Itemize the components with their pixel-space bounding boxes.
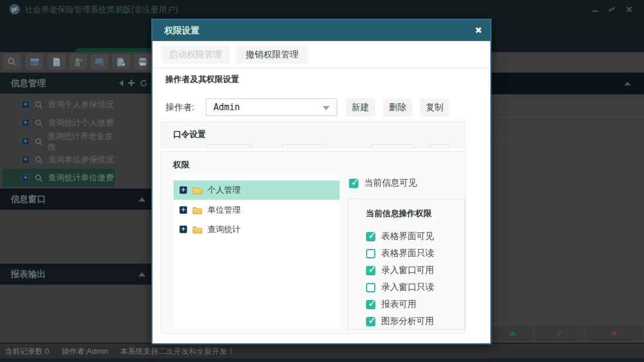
query-tool-icon: [35, 174, 43, 182]
tree-item-label: 单位管理: [208, 205, 240, 216]
tree-item-query-statistics[interactable]: + 查询统计: [174, 220, 340, 239]
triangle-up-icon: [509, 331, 517, 336]
permission-settings-dialog: 权限设置 ✖ 启动权限管理 撤销权限管理 操作者及其权限设置 操作者: Admi…: [151, 19, 492, 344]
checkbox-icon[interactable]: [366, 283, 375, 292]
item-label: 查询个人参保情况: [48, 100, 114, 110]
document-icon[interactable]: [48, 54, 66, 70]
restore-button[interactable]: [605, 4, 618, 15]
document-add-icon[interactable]: [112, 54, 130, 70]
item-label: 查询单位参保情况: [48, 155, 114, 165]
sidebar-item-query-pension-payout[interactable]: + 查询统计养老金发放: [2, 132, 115, 151]
expand-plus-icon[interactable]: +: [179, 226, 187, 233]
collapse-up-icon[interactable]: [624, 81, 631, 86]
collapse-left-icon[interactable]: [119, 73, 123, 94]
minimize-button[interactable]: [589, 4, 602, 15]
search-icon[interactable]: [3, 54, 21, 70]
checkbox-icon[interactable]: [366, 266, 375, 275]
checkbox-icon[interactable]: [349, 179, 358, 188]
checkbox-label: 表格界面可见: [381, 231, 434, 242]
title-bar: yF 社会养老保险管理系统简易版(非注册用户): [0, 0, 644, 19]
item-label: 查询统计个人缴费: [48, 118, 114, 128]
checkbox-label: 表格界面只读: [381, 248, 434, 259]
checkbox-label: 图形分析可用: [381, 316, 434, 327]
sidebar-item-query-unit-payment[interactable]: + 查询统计单位缴费: [2, 169, 115, 187]
sidebar-item-query-unit-insured[interactable]: + 查询单位参保情况: [2, 151, 115, 169]
expand-plus-icon[interactable]: +: [179, 206, 187, 214]
collapse-grid-button[interactable]: [493, 326, 533, 340]
section-title: 信息窗口: [11, 194, 46, 204]
clipped-control: [207, 145, 252, 148]
checkbox-table-ui-visible[interactable]: 表格界面可见: [366, 231, 434, 242]
query-tool-icon: [35, 119, 43, 127]
operator-value: Admin: [213, 99, 240, 115]
refresh-icon[interactable]: [140, 73, 148, 94]
section-title: 信息管理: [11, 78, 46, 88]
section-title: 报表输出: [11, 269, 46, 279]
sidebar-item-query-personal-payment[interactable]: + 查询统计个人缴费: [2, 114, 115, 132]
checkbox-icon[interactable]: [366, 300, 375, 309]
confirm-button[interactable]: ✓: [534, 326, 584, 340]
revoke-permission-button[interactable]: 撤销权限管理: [236, 46, 309, 64]
checkbox-icon[interactable]: [366, 249, 375, 258]
sidebar: 信息管理 ✚ + 查询个人参保情况 + 查询统计个人缴费 + 查询统计养老金发放…: [0, 71, 151, 343]
checkbox-label: 录入窗口可用: [381, 265, 434, 276]
printer-icon[interactable]: [134, 54, 152, 70]
expand-plus-icon[interactable]: +: [22, 138, 29, 145]
section-title-operator-permissions: 操作者及其权限设置: [165, 74, 239, 85]
copy-operator-button[interactable]: 复制: [420, 98, 449, 117]
operator-select[interactable]: Admin: [206, 98, 337, 116]
sidebar-section-report-output[interactable]: 报表输出: [0, 264, 151, 285]
delete-operator-button[interactable]: 删除: [383, 98, 412, 117]
status-bar: 当前记录数 0 操作者:Admin 本系统支持二次开发和全新开发！: [0, 343, 644, 358]
sidebar-section-info-management[interactable]: 信息管理 ✚: [0, 73, 151, 94]
collapse-up-icon[interactable]: [138, 264, 145, 285]
current-info-operation-permissions-box: 当前信息操作权限 表格界面可见 表格界面只读 录入窗口可用 录入窗口只读: [348, 199, 465, 330]
checkbox-entry-window-enabled[interactable]: 录入窗口可用: [366, 265, 434, 276]
sidebar-section-info-window[interactable]: 信息窗口: [0, 189, 151, 210]
checkbox-icon[interactable]: [366, 232, 375, 241]
close-icon[interactable]: ✖: [474, 25, 482, 36]
sidebar-item-query-personal-insured[interactable]: + 查询个人参保情况: [2, 95, 115, 114]
permission-tree: + 个人管理 + 单位管理 + 查询统计: [174, 177, 340, 327]
monitor-icon[interactable]: [90, 54, 109, 70]
operator-label: 操作者:: [165, 98, 194, 116]
start-permission-button[interactable]: 启动权限管理: [161, 46, 230, 64]
footer-strip: [0, 358, 644, 362]
password-panel-title: 口令设置: [173, 129, 206, 140]
query-tool-icon: [35, 156, 43, 164]
chevron-down-icon[interactable]: [323, 106, 330, 110]
permission-panel-title: 权限: [173, 160, 189, 170]
item-label: 查询统计养老金发放: [48, 131, 115, 152]
expand-plus-icon[interactable]: +: [179, 186, 187, 194]
close-window-button[interactable]: [623, 4, 636, 15]
checkbox-icon[interactable]: [366, 317, 375, 326]
application-window: yF 社会养老保险管理系统简易版(非注册用户) 系统导航 信息操作: [0, 0, 644, 362]
password-settings-panel: 口令设置: [161, 121, 466, 148]
clipped-control: [429, 145, 449, 148]
expand-plus-icon[interactable]: +: [22, 119, 29, 127]
clipped-control: [371, 145, 413, 148]
tree-item-label: 个人管理: [208, 185, 240, 196]
tree-item-label: 查询统计: [208, 224, 240, 235]
expand-plus-icon[interactable]: +: [22, 101, 29, 108]
table-icon[interactable]: [25, 54, 43, 70]
operator-status: 操作者:Admin: [62, 344, 108, 358]
user-icon[interactable]: [69, 54, 87, 70]
add-icon[interactable]: ✚: [127, 73, 135, 94]
cancel-button[interactable]: ✕: [586, 326, 642, 340]
checkbox-report-enabled[interactable]: 报表可用: [366, 299, 416, 310]
checkbox-graph-analysis-enabled[interactable]: 图形分析可用: [366, 316, 434, 327]
dialog-title: 权限设置: [164, 20, 199, 41]
new-operator-button[interactable]: 新建: [345, 98, 375, 117]
checkbox-current-info-visible[interactable]: 当前信息可见: [349, 177, 417, 189]
checkbox-table-ui-readonly[interactable]: 表格界面只读: [366, 248, 434, 259]
clipped-control: [282, 145, 326, 148]
tree-item-unit-management[interactable]: + 单位管理: [174, 200, 340, 220]
checkbox-entry-window-readonly[interactable]: 录入窗口只读: [366, 282, 434, 293]
tree-item-personal-management[interactable]: + 个人管理: [174, 180, 340, 200]
folder-icon: [192, 226, 202, 234]
expand-plus-icon[interactable]: +: [22, 174, 29, 182]
divider: [152, 68, 490, 69]
collapse-up-icon[interactable]: [138, 189, 145, 210]
expand-plus-icon[interactable]: +: [22, 156, 29, 163]
